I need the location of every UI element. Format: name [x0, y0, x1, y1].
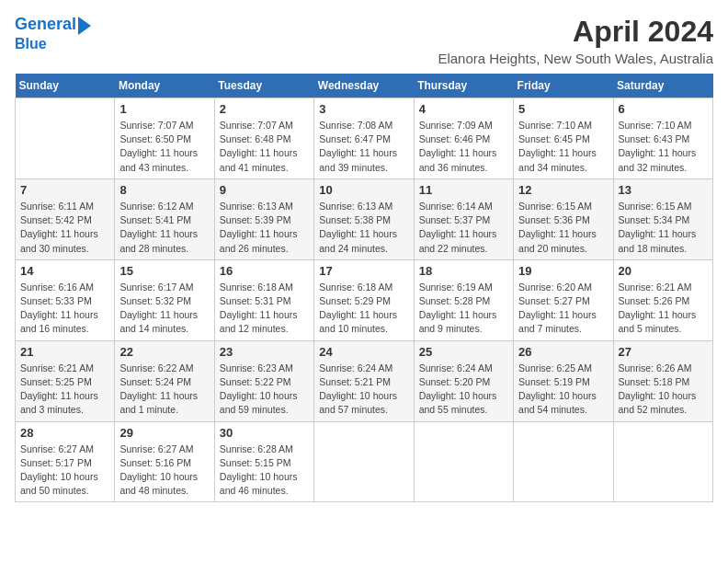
calendar-cell: 9Sunrise: 6:13 AMSunset: 5:39 PMDaylight… — [214, 178, 313, 259]
page-header: General Blue April 2024 Elanora Heights,… — [15, 15, 713, 66]
day-info: Sunrise: 7:10 AMSunset: 6:45 PMDaylight:… — [518, 119, 608, 175]
calendar-cell: 15Sunrise: 6:17 AMSunset: 5:32 PMDayligh… — [115, 259, 214, 340]
day-number: 28 — [20, 426, 109, 440]
day-info: Sunrise: 6:17 AMSunset: 5:32 PMDaylight:… — [119, 281, 209, 337]
calendar-cell: 28Sunrise: 6:27 AMSunset: 5:17 PMDayligh… — [16, 421, 115, 502]
day-info: Sunrise: 6:27 AMSunset: 5:17 PMDaylight:… — [20, 442, 109, 499]
day-info: Sunrise: 6:21 AMSunset: 5:25 PMDaylight:… — [20, 362, 109, 418]
day-number: 11 — [419, 183, 508, 197]
calendar-cell: 11Sunrise: 6:14 AMSunset: 5:37 PMDayligh… — [414, 178, 513, 259]
calendar-cell: 14Sunrise: 6:16 AMSunset: 5:33 PMDayligh… — [16, 259, 115, 340]
calendar-cell: 3Sunrise: 7:08 AMSunset: 6:47 PMDaylight… — [314, 98, 414, 179]
calendar-cell: 18Sunrise: 6:19 AMSunset: 5:28 PMDayligh… — [414, 259, 513, 340]
day-number: 18 — [419, 264, 508, 278]
calendar-cell: 4Sunrise: 7:09 AMSunset: 6:46 PMDaylight… — [414, 98, 513, 179]
calendar-cell: 24Sunrise: 6:24 AMSunset: 5:21 PMDayligh… — [314, 340, 414, 421]
calendar-week-row: 21Sunrise: 6:21 AMSunset: 5:25 PMDayligh… — [16, 340, 713, 421]
calendar-cell: 8Sunrise: 6:12 AMSunset: 5:41 PMDaylight… — [115, 178, 214, 259]
calendar-week-row: 7Sunrise: 6:11 AMSunset: 5:42 PMDaylight… — [16, 178, 713, 259]
location-title: Elanora Heights, New South Wales, Austra… — [438, 51, 713, 66]
day-info: Sunrise: 6:13 AMSunset: 5:39 PMDaylight:… — [220, 200, 309, 256]
day-number: 6 — [619, 102, 708, 116]
calendar-cell: 1Sunrise: 7:07 AMSunset: 6:50 PMDaylight… — [115, 98, 214, 179]
calendar-header-row: SundayMondayTuesdayWednesdayThursdayFrid… — [16, 74, 713, 98]
calendar-cell — [414, 421, 513, 502]
calendar-cell — [314, 421, 414, 502]
title-area: April 2024 Elanora Heights, New South Wa… — [438, 15, 713, 66]
day-info: Sunrise: 6:15 AMSunset: 5:34 PMDaylight:… — [619, 200, 708, 256]
day-info: Sunrise: 6:19 AMSunset: 5:28 PMDaylight:… — [419, 281, 508, 337]
day-info: Sunrise: 6:15 AMSunset: 5:36 PMDaylight:… — [518, 200, 608, 256]
day-info: Sunrise: 6:26 AMSunset: 5:18 PMDaylight:… — [619, 362, 708, 418]
calendar-cell: 26Sunrise: 6:25 AMSunset: 5:19 PMDayligh… — [514, 340, 613, 421]
weekday-header-sunday: Sunday — [16, 74, 115, 98]
day-info: Sunrise: 7:08 AMSunset: 6:47 PMDaylight:… — [319, 119, 408, 175]
weekday-header-wednesday: Wednesday — [314, 74, 414, 98]
day-number: 19 — [518, 264, 608, 278]
month-title: April 2024 — [438, 15, 713, 49]
day-number: 29 — [119, 426, 209, 440]
calendar-cell — [514, 421, 613, 502]
day-number: 12 — [518, 183, 608, 197]
day-number: 13 — [619, 183, 708, 197]
calendar-week-row: 1Sunrise: 7:07 AMSunset: 6:50 PMDaylight… — [16, 98, 713, 179]
day-info: Sunrise: 7:07 AMSunset: 6:50 PMDaylight:… — [119, 119, 209, 175]
calendar-cell: 17Sunrise: 6:18 AMSunset: 5:29 PMDayligh… — [314, 259, 414, 340]
day-number: 7 — [20, 183, 109, 197]
day-number: 10 — [319, 183, 408, 197]
weekday-header-thursday: Thursday — [414, 74, 513, 98]
day-number: 17 — [319, 264, 408, 278]
calendar-cell — [613, 421, 712, 502]
calendar-cell: 5Sunrise: 7:10 AMSunset: 6:45 PMDaylight… — [514, 98, 613, 179]
calendar-cell: 22Sunrise: 6:22 AMSunset: 5:24 PMDayligh… — [115, 340, 214, 421]
weekday-header-monday: Monday — [115, 74, 214, 98]
calendar-cell: 19Sunrise: 6:20 AMSunset: 5:27 PMDayligh… — [514, 259, 613, 340]
day-number: 2 — [220, 102, 309, 116]
logo: General Blue — [15, 15, 91, 52]
day-info: Sunrise: 6:20 AMSunset: 5:27 PMDaylight:… — [518, 281, 608, 337]
calendar-cell: 7Sunrise: 6:11 AMSunset: 5:42 PMDaylight… — [16, 178, 115, 259]
day-info: Sunrise: 6:11 AMSunset: 5:42 PMDaylight:… — [20, 200, 109, 256]
day-info: Sunrise: 7:07 AMSunset: 6:48 PMDaylight:… — [220, 119, 309, 175]
calendar-cell: 13Sunrise: 6:15 AMSunset: 5:34 PMDayligh… — [613, 178, 712, 259]
day-info: Sunrise: 6:28 AMSunset: 5:15 PMDaylight:… — [220, 442, 309, 499]
day-info: Sunrise: 6:13 AMSunset: 5:38 PMDaylight:… — [319, 200, 408, 256]
day-number: 8 — [119, 183, 209, 197]
day-number: 15 — [119, 264, 209, 278]
day-info: Sunrise: 6:27 AMSunset: 5:16 PMDaylight:… — [119, 442, 209, 499]
weekday-header-saturday: Saturday — [613, 74, 712, 98]
day-number: 25 — [419, 345, 508, 359]
logo-text2: Blue — [15, 35, 91, 52]
calendar-cell: 2Sunrise: 7:07 AMSunset: 6:48 PMDaylight… — [214, 98, 313, 179]
day-info: Sunrise: 6:12 AMSunset: 5:41 PMDaylight:… — [119, 200, 209, 256]
day-number: 23 — [220, 345, 309, 359]
calendar-cell: 25Sunrise: 6:24 AMSunset: 5:20 PMDayligh… — [414, 340, 513, 421]
calendar-cell: 10Sunrise: 6:13 AMSunset: 5:38 PMDayligh… — [314, 178, 414, 259]
calendar-cell: 12Sunrise: 6:15 AMSunset: 5:36 PMDayligh… — [514, 178, 613, 259]
calendar-cell: 6Sunrise: 7:10 AMSunset: 6:43 PMDaylight… — [613, 98, 712, 179]
day-info: Sunrise: 6:14 AMSunset: 5:37 PMDaylight:… — [419, 200, 508, 256]
day-info: Sunrise: 6:25 AMSunset: 5:19 PMDaylight:… — [518, 362, 608, 418]
weekday-header-tuesday: Tuesday — [214, 74, 313, 98]
day-number: 5 — [518, 102, 608, 116]
day-info: Sunrise: 6:16 AMSunset: 5:33 PMDaylight:… — [20, 281, 109, 337]
day-number: 26 — [518, 345, 608, 359]
calendar-table: SundayMondayTuesdayWednesdayThursdayFrid… — [15, 74, 713, 502]
day-info: Sunrise: 6:22 AMSunset: 5:24 PMDaylight:… — [119, 362, 209, 418]
calendar-cell: 21Sunrise: 6:21 AMSunset: 5:25 PMDayligh… — [16, 340, 115, 421]
day-number: 21 — [20, 345, 109, 359]
calendar-cell: 30Sunrise: 6:28 AMSunset: 5:15 PMDayligh… — [214, 421, 313, 502]
day-info: Sunrise: 7:09 AMSunset: 6:46 PMDaylight:… — [419, 119, 508, 175]
calendar-cell: 27Sunrise: 6:26 AMSunset: 5:18 PMDayligh… — [613, 340, 712, 421]
day-number: 1 — [119, 102, 209, 116]
day-info: Sunrise: 6:18 AMSunset: 5:29 PMDaylight:… — [319, 281, 408, 337]
weekday-header-friday: Friday — [514, 74, 613, 98]
logo-text: General — [15, 15, 76, 35]
day-number: 30 — [220, 426, 309, 440]
day-number: 22 — [119, 345, 209, 359]
day-info: Sunrise: 6:24 AMSunset: 5:20 PMDaylight:… — [419, 362, 508, 418]
day-number: 16 — [220, 264, 309, 278]
day-info: Sunrise: 6:18 AMSunset: 5:31 PMDaylight:… — [220, 281, 309, 337]
day-number: 4 — [419, 102, 508, 116]
day-number: 9 — [220, 183, 309, 197]
